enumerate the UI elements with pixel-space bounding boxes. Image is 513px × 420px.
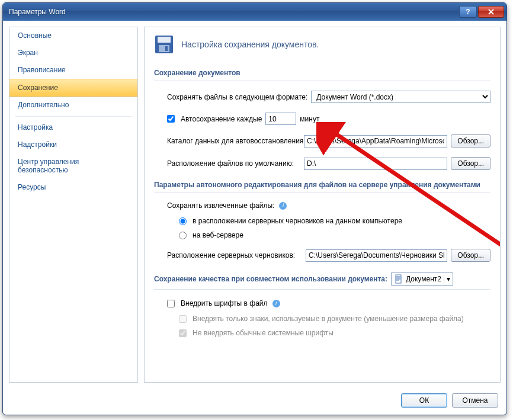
fidelity-title: Сохранение качества при совместном испол… [154,275,387,283]
row-default-location: Расположение файлов по умолчанию: Обзор.… [167,157,490,170]
content-title: Настройка сохранения документов. [181,40,319,49]
sidebar-item-proofing[interactable]: Правописание [9,62,137,79]
fidelity-document-select[interactable]: Документ2 ▾ [391,272,453,286]
content-header: Настройка сохранения документов. [154,34,490,54]
default-location-input[interactable] [304,158,447,170]
opt-local-label: в расположении серверных черновиков на д… [193,217,402,225]
svg-rect-1 [158,37,171,43]
row-opt-web: на веб-сервере [179,231,490,239]
save-disk-icon [154,34,174,54]
row-file-format: Сохранять файлы в следующем формате: Док… [167,91,490,103]
section-fidelity: Сохранение качества при совместном испол… [154,270,490,290]
autorecover-browse-button[interactable]: Обзор... [451,134,490,148]
save-checked-out-label: Сохранять извлеченные файлы: [167,201,274,210]
embed-sub1-label: Внедрять только знаки, используемые в до… [193,315,464,323]
autosave-unit: минут [300,115,319,123]
autosave-checkbox[interactable] [167,115,175,123]
ok-button[interactable]: ОК [401,393,447,408]
default-location-browse-button[interactable]: Обзор... [451,157,490,170]
row-autorecover-path: Каталог данных для автовосстановления: О… [167,134,490,148]
file-format-select[interactable]: Документ Word (*.docx) [311,91,490,103]
close-button[interactable] [478,6,504,18]
sidebar-item-resources[interactable]: Ресурсы [9,179,137,196]
sidebar-item-advanced[interactable]: Дополнительно [9,97,137,114]
svg-rect-2 [159,45,169,52]
sidebar-item-addins[interactable]: Надстройки [9,136,137,153]
sidebar-item-trustcenter[interactable]: Центр управления безопасностью [9,153,137,179]
row-server-drafts-path: Расположение серверных черновиков: Обзор… [167,249,490,262]
autosave-label: Автосохранение каждые [181,115,262,123]
dialog-window: Параметры Word ? Основные Экран Правопис… [2,2,507,415]
server-drafts-path-input[interactable] [306,249,447,262]
info-icon[interactable]: i [279,202,287,210]
row-opt-local: в расположении серверных черновиков на д… [179,217,490,225]
autosave-interval-input[interactable] [265,113,296,125]
category-sidebar: Основные Экран Правописание Сохранение Д… [9,27,138,383]
section-save-documents: Сохранение документов [154,66,490,81]
cancel-button[interactable]: Отмена [452,393,498,408]
window-title: Параметры Word [9,8,458,16]
server-drafts-local-radio[interactable] [179,217,187,225]
sidebar-item-save[interactable]: Сохранение [9,79,137,97]
content-panel: Настройка сохранения документов. Сохране… [144,27,501,383]
embed-fonts-checkbox[interactable] [167,300,175,307]
row-save-checked-out: Сохранять извлеченные файлы: i [167,201,490,210]
default-location-label: Расположение файлов по умолчанию: [167,159,300,168]
titlebar[interactable]: Параметры Word ? [3,3,506,21]
document-icon [394,274,403,284]
row-embed-fonts: Внедрить шрифты в файл i [167,299,490,307]
embed-fonts-label: Внедрить шрифты в файл [181,299,268,307]
sidebar-item-general[interactable]: Основные [9,27,137,44]
info-icon[interactable]: i [272,300,280,307]
fidelity-document-name: Документ2 [406,275,441,283]
server-drafts-label: Расположение серверных черновиков: [167,251,302,259]
server-drafts-web-radio[interactable] [179,232,187,239]
no-system-fonts-checkbox [179,329,187,337]
dialog-body: Основные Экран Правописание Сохранение Д… [9,27,501,383]
server-drafts-browse-button[interactable]: Обзор... [451,249,490,262]
svg-rect-3 [165,46,168,51]
section-offline-editing: Параметры автономного редактирования для… [154,178,490,193]
help-button[interactable]: ? [459,6,477,18]
row-autosave: Автосохранение каждые минут [167,113,490,125]
embed-chars-only-checkbox [179,315,187,323]
file-format-label: Сохранять файлы в следующем формате: [167,93,307,101]
row-embed-sub1: Внедрять только знаки, используемые в до… [179,315,490,323]
sidebar-item-display[interactable]: Экран [9,44,137,62]
dialog-footer: ОК Отмена [3,389,506,415]
row-embed-sub2: Не внедрять обычные системные шрифты [179,329,490,337]
close-icon [488,8,495,15]
autorecover-label: Каталог данных для автовосстановления: [167,137,300,145]
sidebar-item-customize[interactable]: Настройка [9,119,137,136]
autorecover-path-input[interactable] [304,135,447,148]
opt-web-label: на веб-сервере [193,231,243,239]
sidebar-separator [15,116,132,117]
embed-sub2-label: Не внедрять обычные системные шрифты [193,329,334,337]
chevron-down-icon: ▾ [444,275,450,283]
